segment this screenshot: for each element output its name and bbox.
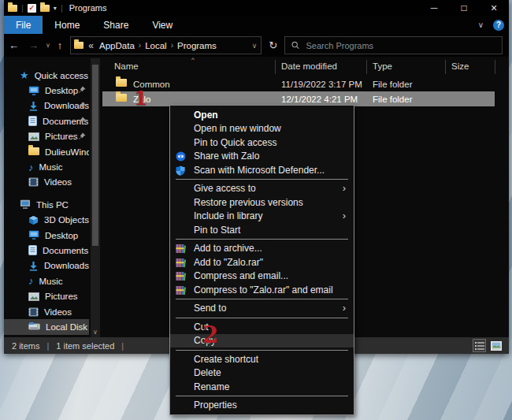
menu-item-scan-with-microsoft-defender[interactable]: Scan with Microsoft Defender... bbox=[170, 163, 354, 177]
view-toggles bbox=[473, 339, 503, 352]
breadcrumb-chevron-icon[interactable]: › bbox=[169, 41, 175, 50]
breadcrumb-segment-appdata[interactable]: AppData bbox=[97, 41, 137, 50]
video-icon bbox=[28, 177, 39, 187]
sidebar-item-videos[interactable]: Videos bbox=[4, 175, 89, 190]
up-icon[interactable]: ↑ bbox=[53, 39, 68, 51]
breadcrumb-segment-local[interactable]: Local bbox=[143, 41, 169, 50]
column-divider[interactable] bbox=[275, 60, 276, 74]
qat-customize-dropdown-icon[interactable]: ▾ bbox=[54, 5, 57, 12]
breadcrumb-chevron-icon[interactable]: › bbox=[137, 41, 143, 50]
address-dropdown-icon[interactable]: ∨ bbox=[252, 42, 258, 50]
menu-item-add-to-archive[interactable]: Add to archive... bbox=[170, 242, 354, 256]
menu-item-pin-to-start[interactable]: Pin to Start bbox=[170, 223, 354, 237]
close-button[interactable]: × bbox=[479, 0, 509, 16]
column-header-name[interactable]: Name bbox=[114, 61, 139, 71]
menu-separator bbox=[176, 396, 348, 396]
sidebar-item-videos[interactable]: Videos bbox=[4, 304, 89, 319]
rar-icon bbox=[176, 271, 187, 282]
submenu-arrow-icon: › bbox=[343, 182, 346, 194]
sidebar-item-desktop[interactable]: Desktop bbox=[4, 83, 89, 98]
video-icon bbox=[28, 307, 39, 317]
breadcrumb-prefix[interactable]: « bbox=[88, 40, 94, 51]
menu-item-send-to[interactable]: Send to› bbox=[170, 302, 354, 316]
menu-item-create-shortcut[interactable]: Create shortcut bbox=[170, 352, 354, 366]
back-icon[interactable]: ← bbox=[4, 39, 24, 51]
sidebar-item-documents[interactable]: Documents bbox=[4, 243, 89, 258]
menu-item-label: Share with Zalo bbox=[194, 151, 259, 162]
tab-view[interactable]: View bbox=[140, 16, 184, 34]
sidebar-item-local-disk-c[interactable]: Local Disk (C:) bbox=[4, 319, 89, 334]
recent-locations-icon[interactable]: ∨ bbox=[43, 42, 53, 49]
column-header-type[interactable]: Type bbox=[373, 61, 392, 71]
qat-new-folder-icon[interactable] bbox=[40, 5, 50, 12]
menu-item-open-in-new-window[interactable]: Open in new window bbox=[170, 122, 354, 136]
menu-item-label: Add to archive... bbox=[194, 243, 262, 254]
ribbon-collapse-icon[interactable]: ∨ bbox=[478, 20, 484, 29]
menu-item-copy[interactable]: Copy bbox=[170, 334, 354, 348]
rar-icon bbox=[176, 243, 187, 255]
column-divider[interactable] bbox=[495, 60, 495, 74]
annotation-step-1: 1 bbox=[134, 87, 147, 110]
minimize-button[interactable]: ─ bbox=[419, 0, 449, 16]
sidebar-item-documents[interactable]: Documents bbox=[4, 113, 89, 128]
sidebar-item-desktop[interactable]: Desktop bbox=[4, 228, 89, 243]
sidebar-item-quick-access[interactable]: ★Quick access bbox=[4, 68, 89, 83]
breadcrumb-segment-programs[interactable]: Programs bbox=[175, 41, 219, 50]
menu-item-cut[interactable]: Cut bbox=[170, 320, 354, 334]
menu-item-include-in-library[interactable]: Include in library› bbox=[170, 210, 354, 224]
scrollbar-down-icon[interactable]: ∨ bbox=[91, 329, 100, 336]
menu-item-label: Open in new window bbox=[194, 123, 281, 134]
sidebar-item-music[interactable]: ♪Music bbox=[4, 159, 89, 174]
menu-item-label: Compress to "Zalo.rar" and email bbox=[194, 284, 333, 295]
sidebar-item-pictures[interactable]: Pictures bbox=[4, 288, 89, 303]
column-divider[interactable] bbox=[366, 60, 367, 74]
menu-item-label: Scan with Microsoft Defender... bbox=[194, 165, 325, 176]
tab-share[interactable]: Share bbox=[91, 16, 140, 34]
tab-home[interactable]: Home bbox=[43, 16, 91, 34]
tab-file[interactable]: File bbox=[4, 16, 43, 34]
monitor-icon bbox=[28, 86, 39, 96]
context-menu: OpenOpen in new windowPin to Quick acces… bbox=[169, 105, 354, 415]
thumbnail-view-icon[interactable] bbox=[489, 339, 503, 352]
scrollbar-thumb[interactable] bbox=[92, 65, 98, 246]
sidebar-item-music[interactable]: ♪Music bbox=[4, 273, 89, 288]
menu-item-open[interactable]: Open bbox=[170, 108, 354, 122]
forward-icon[interactable]: → bbox=[24, 39, 43, 51]
menu-item-pin-to-quick-access[interactable]: Pin to Quick access bbox=[170, 136, 354, 150]
sidebar-item-3d-objects[interactable]: 3D Objects bbox=[4, 213, 89, 228]
help-icon[interactable]: ? bbox=[493, 20, 504, 31]
sidebar-item-this-pc[interactable]: This PC bbox=[4, 197, 89, 212]
sort-ascending-icon: ^ bbox=[191, 56, 195, 63]
column-divider[interactable] bbox=[445, 60, 446, 74]
qat-properties-icon[interactable]: ✓ bbox=[28, 4, 36, 13]
menu-item-properties[interactable]: Properties bbox=[170, 399, 354, 413]
sidebar-item-dulieuwindows[interactable]: DulieuWindows bbox=[4, 144, 89, 159]
sidebar-item-downloads[interactable]: Downloads bbox=[4, 258, 89, 273]
menu-item-compress-to-zalo-rar-and-email[interactable]: Compress to "Zalo.rar" and email bbox=[170, 283, 354, 297]
refresh-icon[interactable]: ↻ bbox=[262, 39, 284, 51]
sidebar-item-pictures[interactable]: Pictures bbox=[4, 129, 89, 144]
menu-item-delete[interactable]: Delete bbox=[170, 366, 354, 381]
menu-item-compress-and-email[interactable]: Compress and email... bbox=[170, 269, 354, 284]
menu-item-give-access-to[interactable]: Give access to› bbox=[170, 182, 354, 196]
rar-icon bbox=[176, 284, 187, 295]
menu-item-add-to-zalo-rar[interactable]: Add to "Zalo.rar" bbox=[170, 255, 354, 269]
maximize-button[interactable]: □ bbox=[449, 0, 479, 16]
details-view-icon[interactable] bbox=[473, 339, 486, 352]
file-row-common[interactable]: Common11/19/2022 3:17 PMFile folder bbox=[102, 76, 495, 91]
column-headers: ^ Name Date modified Type Size bbox=[102, 58, 499, 76]
column-header-size[interactable]: Size bbox=[451, 61, 469, 71]
address-bar[interactable]: « AppData›Local›Programs ∨ bbox=[70, 36, 262, 54]
menu-item-label: Pin to Start bbox=[194, 225, 240, 236]
menu-item-restore-previous-versions[interactable]: Restore previous versions bbox=[170, 195, 354, 210]
menu-item-label: Rename bbox=[194, 381, 229, 392]
search-input[interactable] bbox=[306, 41, 495, 50]
sidebar-item-downloads[interactable]: Downloads bbox=[4, 98, 89, 113]
defender-icon bbox=[176, 165, 187, 176]
menu-item-rename[interactable]: Rename bbox=[170, 380, 354, 394]
pin-icon bbox=[79, 86, 86, 93]
sidebar-scrollbar[interactable]: ∨ bbox=[91, 58, 100, 337]
zalo-icon bbox=[176, 151, 187, 162]
menu-item-share-with-zalo[interactable]: Share with Zalo bbox=[170, 150, 354, 164]
column-header-date-modified[interactable]: Date modified bbox=[281, 61, 337, 71]
